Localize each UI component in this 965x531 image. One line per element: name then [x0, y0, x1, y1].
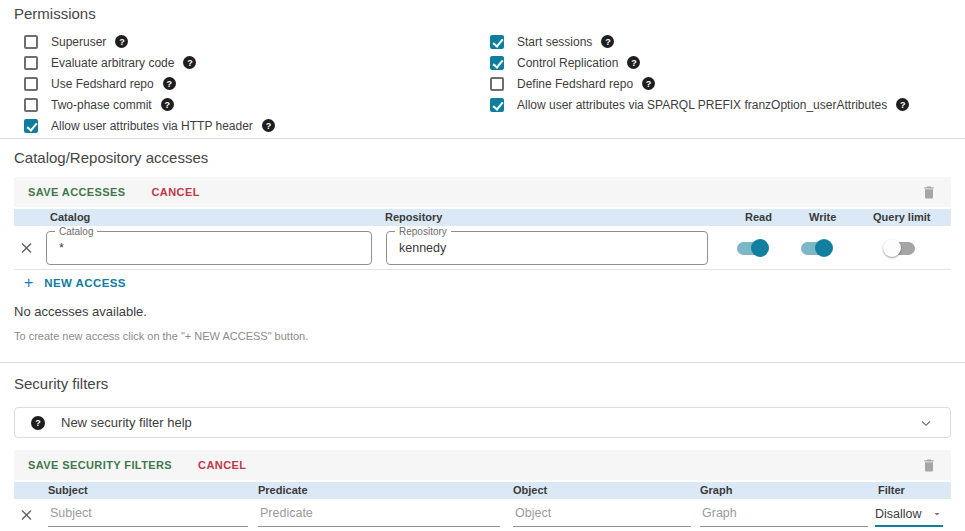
- help-icon[interactable]: ?: [642, 77, 655, 90]
- catalog-field-label: Catalog: [55, 226, 97, 237]
- help-icon[interactable]: ?: [627, 56, 640, 69]
- permissions-section: Superuser ? Evaluate arbitrary code ? Us…: [0, 31, 965, 136]
- read-toggle[interactable]: [733, 238, 769, 258]
- chevron-down-icon[interactable]: [918, 415, 934, 431]
- filter-select-value: Disallow: [875, 507, 922, 521]
- new-access-button[interactable]: + NEW ACCESS: [14, 275, 126, 291]
- permission-label: Start sessions: [517, 35, 592, 49]
- predicate-input[interactable]: [258, 502, 500, 527]
- permission-row-sparql-prefix-attrs: Allow user attributes via SPARQL PREFIX …: [480, 94, 951, 115]
- column-header-read: Read: [745, 211, 772, 223]
- save-security-filters-button[interactable]: SAVE SECURITY FILTERS: [28, 459, 172, 471]
- permission-label: Allow user attributes via HTTP header: [51, 119, 253, 133]
- permission-label: Use Fedshard repo: [51, 77, 154, 91]
- control-replication-checkbox[interactable]: [490, 56, 504, 70]
- permissions-column-left: Superuser ? Evaluate arbitrary code ? Us…: [14, 31, 480, 136]
- column-header-predicate: Predicate: [258, 484, 308, 496]
- query-limit-toggle[interactable]: [883, 238, 919, 258]
- cancel-accesses-button[interactable]: CANCEL: [152, 186, 200, 198]
- access-row: Catalog Repository: [14, 226, 951, 270]
- define-fedshard-checkbox[interactable]: [490, 77, 504, 91]
- trash-icon[interactable]: [921, 184, 937, 201]
- write-toggle[interactable]: [797, 238, 833, 258]
- filter-select[interactable]: Disallow: [875, 502, 943, 527]
- delete-security-filter-icon[interactable]: [18, 506, 35, 523]
- column-header-filter: Filter: [878, 484, 905, 496]
- permission-label: Evaluate arbitrary code: [51, 56, 174, 70]
- permission-row-http-header-attrs: Allow user attributes via HTTP header ?: [14, 115, 480, 136]
- permission-row-two-phase: Two-phase commit ?: [14, 94, 480, 115]
- save-accesses-button[interactable]: SAVE ACCESSES: [28, 186, 126, 198]
- delete-access-icon[interactable]: [18, 239, 35, 256]
- start-sessions-checkbox[interactable]: [490, 35, 504, 49]
- security-filter-row: Disallow: [14, 499, 951, 530]
- help-icon: ?: [31, 416, 45, 430]
- help-panel-label: New security filter help: [61, 415, 192, 430]
- plus-icon: +: [24, 276, 33, 290]
- column-header-graph: Graph: [700, 484, 732, 496]
- accesses-toolbar: SAVE ACCESSES CANCEL: [14, 177, 951, 207]
- security-filters-title: Security filters: [0, 375, 965, 392]
- security-filters-toolbar: SAVE SECURITY FILTERS CANCEL: [14, 450, 951, 480]
- section-divider: [0, 362, 965, 363]
- column-header-object: Object: [513, 484, 547, 496]
- permission-row-start-sessions: Start sessions ?: [480, 31, 951, 52]
- graph-input[interactable]: [700, 502, 868, 527]
- permission-label: Control Replication: [517, 56, 618, 70]
- permission-label: Two-phase commit: [51, 98, 152, 112]
- permission-row-eval-code: Evaluate arbitrary code ?: [14, 52, 480, 73]
- superuser-checkbox[interactable]: [24, 35, 38, 49]
- accesses-table-header: Catalog Repository Read Write Query limi…: [14, 209, 951, 226]
- trash-icon[interactable]: [921, 457, 937, 474]
- accesses-title: Catalog/Repository accesses: [0, 149, 965, 166]
- repository-field: Repository: [386, 231, 708, 265]
- help-icon[interactable]: ?: [161, 98, 174, 111]
- column-header-catalog: Catalog: [50, 211, 90, 223]
- use-fedshard-checkbox[interactable]: [24, 77, 38, 91]
- security-filters-table-header: Subject Predicate Object Graph Filter: [14, 482, 951, 499]
- new-access-label: NEW ACCESS: [44, 277, 126, 289]
- help-icon[interactable]: ?: [183, 56, 196, 69]
- sparql-prefix-attrs-checkbox[interactable]: [490, 98, 504, 112]
- http-header-attrs-checkbox[interactable]: [24, 119, 38, 133]
- permission-row-define-fedshard: Define Fedshard repo ?: [480, 73, 951, 94]
- permission-row-use-fedshard: Use Fedshard repo ?: [14, 73, 480, 94]
- help-icon[interactable]: ?: [115, 35, 128, 48]
- two-phase-checkbox[interactable]: [24, 98, 38, 112]
- no-accesses-text: No accesses available.: [0, 304, 965, 319]
- column-header-query-limit: Query limit: [873, 211, 930, 223]
- help-icon[interactable]: ?: [896, 98, 909, 111]
- permissions-column-right: Start sessions ? Control Replication ? D…: [480, 31, 951, 136]
- subject-input[interactable]: [48, 502, 248, 527]
- repository-field-label: Repository: [395, 226, 451, 237]
- cancel-security-filters-button[interactable]: CANCEL: [198, 459, 246, 471]
- object-input[interactable]: [513, 502, 691, 527]
- dropdown-arrow-icon: [931, 508, 943, 520]
- new-access-hint-text: To create new access click on the "+ NEW…: [0, 330, 965, 342]
- security-filter-help-panel[interactable]: ? New security filter help: [14, 407, 951, 438]
- permission-label: Superuser: [51, 35, 106, 49]
- column-header-repository: Repository: [385, 211, 442, 223]
- eval-code-checkbox[interactable]: [24, 56, 38, 70]
- permission-label: Allow user attributes via SPARQL PREFIX …: [517, 98, 887, 112]
- permissions-title: Permissions: [0, 0, 965, 22]
- help-icon[interactable]: ?: [163, 77, 176, 90]
- permission-row-superuser: Superuser ?: [14, 31, 480, 52]
- column-header-write: Write: [809, 211, 836, 223]
- column-header-subject: Subject: [48, 484, 88, 496]
- help-icon[interactable]: ?: [262, 119, 275, 132]
- catalog-field: Catalog: [46, 231, 372, 265]
- help-icon[interactable]: ?: [601, 35, 614, 48]
- permission-label: Define Fedshard repo: [517, 77, 633, 91]
- section-divider: [0, 138, 965, 139]
- permission-row-control-replication: Control Replication ?: [480, 52, 951, 73]
